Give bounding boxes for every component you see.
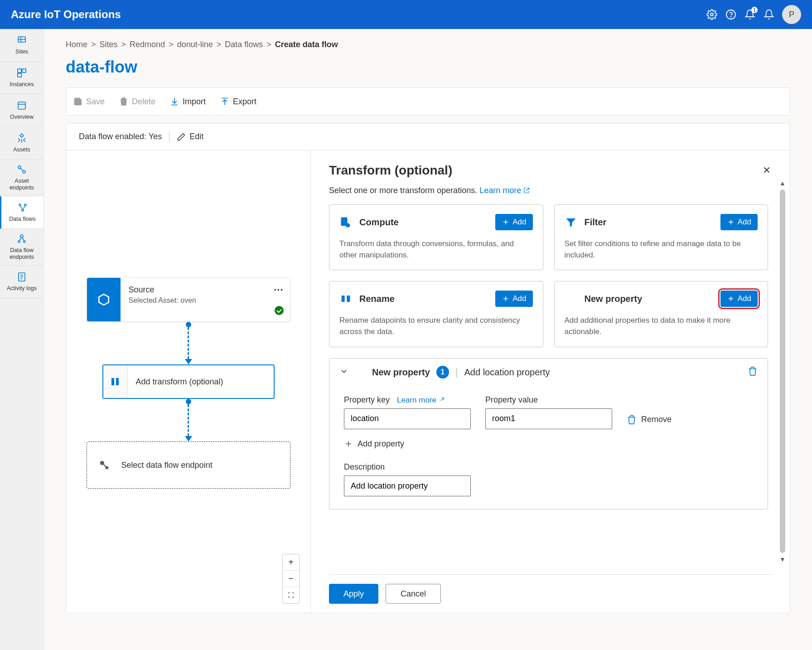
scroll-up-icon[interactable]: ▲ (779, 179, 786, 187)
svg-point-19 (100, 461, 104, 465)
compute-icon (339, 216, 352, 228)
sidebar-item-overview[interactable]: Overview (0, 94, 44, 127)
panel-footer: Apply Cancel (329, 574, 772, 604)
delete-button: Delete (119, 97, 155, 107)
panel-description: Select one or more transform operations.… (329, 186, 772, 195)
svg-point-2 (731, 17, 731, 17)
fit-button[interactable]: ⛶ (283, 587, 299, 603)
topbar: Azure IoT Operations 1 P (0, 0, 812, 29)
sidebar-item-data-flow-endpoints[interactable]: Data flow endpoints (0, 229, 44, 266)
source-subtitle: Selected Asset: oven (129, 296, 282, 305)
canvas-card: Data flow enabled: Yes Edit (66, 123, 790, 613)
delete-section-button[interactable] (748, 366, 758, 378)
sidebar: Sites Instances Overview Assets Asset en… (0, 29, 44, 650)
main-content: Home> Sites> Redmond> donut-line> Data f… (44, 29, 812, 650)
svg-point-11 (24, 204, 26, 206)
export-button[interactable]: Export (220, 97, 256, 107)
svg-point-0 (710, 13, 713, 16)
rename-icon (339, 292, 352, 305)
breadcrumb-home[interactable]: Home (66, 40, 87, 49)
sidebar-item-activity-logs[interactable]: Activity logs (0, 266, 44, 298)
save-button: Save (73, 97, 105, 107)
svg-point-1 (726, 10, 735, 19)
new-property-header[interactable]: New property 1 | Add location property (329, 359, 768, 386)
transform-panel: Transform (optional) Select one or more … (311, 150, 790, 613)
scroll-down-icon[interactable]: ▼ (779, 556, 786, 563)
svg-rect-23 (342, 296, 345, 302)
new-property-icon (565, 292, 577, 305)
scrollbar[interactable]: ▲ ▼ (778, 179, 787, 563)
check-icon (275, 306, 284, 315)
compute-add-button[interactable]: Add (495, 214, 532, 230)
edit-button[interactable]: Edit (177, 132, 203, 141)
breadcrumb-redmond[interactable]: Redmond (130, 40, 165, 49)
cube-icon (87, 278, 121, 321)
page-title: data-flow (66, 58, 790, 77)
more-icon[interactable]: ··· (274, 284, 283, 296)
property-key-learn-link[interactable]: Learn more (397, 396, 445, 405)
chevron-down-icon[interactable] (339, 367, 348, 378)
learn-more-link[interactable]: Learn more (479, 186, 530, 195)
source-title: Source (129, 285, 282, 295)
avatar[interactable]: P (782, 5, 801, 24)
svg-rect-4 (18, 69, 21, 73)
property-key-input[interactable] (344, 408, 471, 429)
sidebar-item-asset-endpoints[interactable]: Asset endpoints (0, 160, 44, 196)
svg-point-15 (24, 241, 25, 243)
add-property-button[interactable]: Add property (344, 439, 404, 449)
close-icon[interactable] (762, 165, 772, 176)
remove-property-button[interactable]: Remove (627, 415, 672, 429)
property-value-label: Property value (485, 395, 538, 405)
svg-point-12 (22, 209, 24, 211)
filter-card: Filter Add Set filter conditions to refi… (554, 204, 768, 270)
svg-rect-7 (18, 102, 25, 109)
apply-button[interactable]: Apply (329, 584, 378, 604)
notifications-icon[interactable] (759, 5, 778, 24)
zoom-out-button[interactable]: − (283, 571, 299, 587)
rename-add-button[interactable]: Add (495, 291, 532, 307)
svg-point-13 (20, 235, 23, 238)
flow-canvas[interactable]: Source Selected Asset: oven ··· (66, 150, 311, 613)
help-icon[interactable] (721, 5, 740, 24)
new-property-section: New property 1 | Add location property (329, 358, 768, 510)
svg-rect-18 (116, 378, 119, 385)
filter-add-button[interactable]: Add (720, 214, 758, 230)
new-property-card: New property Add Add additional properti… (554, 281, 768, 347)
description-input[interactable] (344, 475, 471, 496)
property-value-input[interactable] (485, 408, 612, 429)
svg-rect-17 (111, 378, 114, 385)
sidebar-item-data-flows[interactable]: Data flows (0, 196, 44, 229)
svg-point-10 (19, 204, 21, 206)
breadcrumb-sites[interactable]: Sites (100, 40, 118, 49)
canvas-header: Data flow enabled: Yes Edit (66, 123, 790, 150)
breadcrumb-data-flows[interactable]: Data flows (225, 40, 263, 49)
alerts-badge: 1 (751, 7, 758, 13)
enabled-label: Data flow enabled: Yes (79, 132, 162, 141)
settings-icon[interactable] (702, 5, 721, 24)
command-bar: Save Delete Import Export (66, 87, 790, 116)
svg-point-14 (18, 241, 20, 243)
cancel-button[interactable]: Cancel (386, 584, 441, 604)
source-node[interactable]: Source Selected Asset: oven ··· (87, 277, 290, 322)
svg-rect-5 (22, 69, 26, 73)
count-badge: 1 (436, 366, 449, 378)
transform-icon (103, 365, 128, 398)
compute-card: Compute Add Transform data through conve… (329, 204, 543, 270)
alerts-icon[interactable]: 1 (740, 5, 759, 24)
breadcrumb: Home> Sites> Redmond> donut-line> Data f… (66, 40, 790, 49)
app-title: Azure IoT Operations (11, 8, 121, 21)
transform-node[interactable]: Add transform (optional) (102, 364, 275, 399)
sidebar-item-assets[interactable]: Assets (0, 127, 44, 160)
endpoint-node[interactable]: Select data flow endpoint (87, 441, 290, 489)
sidebar-item-instances[interactable]: Instances (0, 62, 44, 94)
import-button[interactable]: Import (170, 97, 206, 107)
rename-card: Rename Add Rename datapoints to ensure c… (329, 281, 543, 347)
zoom-in-button[interactable]: + (283, 554, 299, 571)
description-label: Description (344, 462, 753, 472)
breadcrumb-donut-line[interactable]: donut-line (177, 40, 213, 49)
new-property-add-button[interactable]: Add (720, 291, 758, 307)
svg-rect-6 (18, 73, 21, 77)
list-icon (355, 366, 366, 379)
sidebar-item-sites[interactable]: Sites (0, 29, 44, 62)
connector (87, 399, 290, 441)
